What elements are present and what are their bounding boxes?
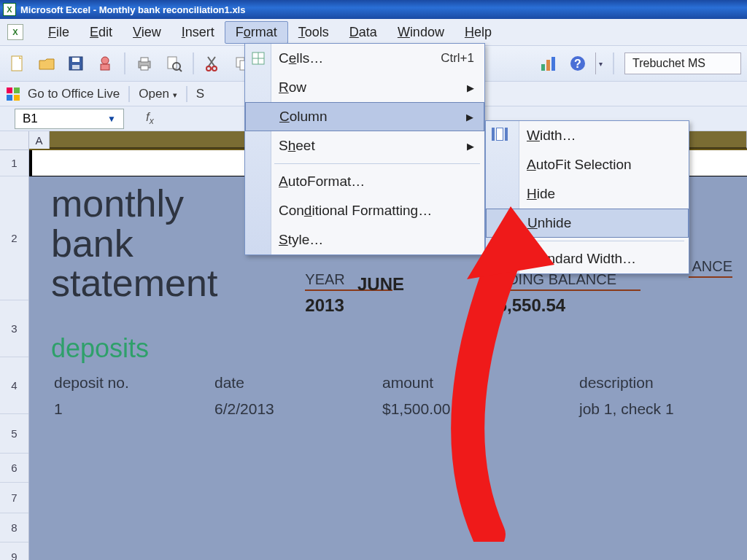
row-header-1[interactable]: 1 <box>0 150 28 176</box>
chart-icon[interactable] <box>537 52 560 75</box>
help-icon[interactable]: ? <box>566 52 589 75</box>
menu-item-row[interactable]: Row▶ <box>245 73 484 102</box>
svg-rect-8 <box>141 66 148 70</box>
chevron-down-icon[interactable]: ▼ <box>107 114 116 124</box>
submenu-arrow-icon: ▶ <box>467 141 474 152</box>
submenu-item-unhide[interactable]: Unhide <box>486 209 689 238</box>
toolbar-separator <box>186 86 187 102</box>
cells-icon <box>249 50 267 67</box>
save-icon[interactable] <box>64 52 88 75</box>
deposits-heading: deposits <box>51 333 725 364</box>
column-header-a[interactable]: A <box>29 131 50 149</box>
menu-item-sheet[interactable]: Sheet▶ <box>245 131 484 160</box>
svg-rect-20 <box>546 60 550 71</box>
font-name-value: Trebuchet MS <box>632 57 705 70</box>
menu-item-column[interactable]: Column▶ <box>245 102 484 131</box>
permission-icon[interactable] <box>93 52 117 75</box>
format-menu-dropdown: Cells…Ctrl+1 Row▶ Column▶ Sheet▶ AutoFor… <box>244 43 485 255</box>
menu-item-conditional-formatting[interactable]: Conditional Formatting… <box>245 196 484 225</box>
svg-rect-2 <box>72 58 80 62</box>
row-header-7[interactable]: 7 <box>0 483 28 513</box>
svg-rect-25 <box>14 88 20 93</box>
toolbar-overflow[interactable]: ▾ <box>595 52 605 74</box>
row-header-8[interactable]: 8 <box>0 513 28 542</box>
td-desc: job 1, check 1 <box>576 396 725 422</box>
doc-title-line3: statement <box>51 263 217 303</box>
td-no: 1 <box>51 396 212 422</box>
toolbar-separator <box>193 52 194 74</box>
cut-icon[interactable] <box>201 52 225 75</box>
ending-balance-value: $6,550.54 <box>487 295 640 316</box>
svg-rect-21 <box>551 57 555 71</box>
svg-rect-7 <box>141 58 148 62</box>
row-header-6[interactable]: 6 <box>0 454 28 483</box>
office-live-save-truncated[interactable]: S <box>196 87 204 101</box>
menu-item-autoformat[interactable]: AutoFormat… <box>245 167 484 196</box>
year-value: 2013 <box>305 295 392 316</box>
month-value-partial: JUNE <box>357 274 404 295</box>
menu-tools[interactable]: Tools <box>288 22 339 43</box>
svg-rect-19 <box>541 64 545 71</box>
open-icon[interactable] <box>35 52 58 75</box>
submenu-arrow-icon: ▶ <box>466 112 473 122</box>
cells-shortcut: Ctrl+1 <box>441 51 474 66</box>
menu-window[interactable]: Window <box>387 22 454 43</box>
menu-edit[interactable]: Edit <box>80 22 123 43</box>
svg-rect-27 <box>14 95 20 101</box>
font-name-box[interactable]: Trebuchet MS <box>624 52 741 74</box>
svg-point-4 <box>101 57 109 64</box>
balance-label-partial: ANCE <box>689 258 732 278</box>
office-live-go[interactable]: Go to Office Live <box>28 87 120 101</box>
svg-line-11 <box>179 69 182 71</box>
toolbar-separator <box>128 86 130 102</box>
th-amount: amount <box>379 370 576 396</box>
row-header-3[interactable]: 3 <box>0 300 28 357</box>
fx-label[interactable]: fx <box>146 110 154 126</box>
new-icon[interactable] <box>6 52 29 75</box>
th-date: date <box>212 370 379 396</box>
office-live-open[interactable]: Open ▾ <box>139 87 177 101</box>
menu-insert[interactable]: Insert <box>171 22 225 43</box>
menu-separator <box>522 241 684 241</box>
svg-rect-3 <box>72 65 80 69</box>
doc-title-line2: bank <box>51 224 217 264</box>
submenu-item-autofit[interactable]: AutoFit Selection <box>486 150 689 179</box>
svg-point-13 <box>212 66 217 71</box>
name-box[interactable]: B1 ▼ <box>15 109 124 129</box>
doc-title-line1: monthly <box>51 184 217 224</box>
row-header-9[interactable]: 9 <box>0 542 28 560</box>
menu-file[interactable]: File <box>38 22 80 43</box>
row-header-4[interactable]: 4 <box>0 357 28 414</box>
row-headers: 1 2 3 4 5 6 7 8 9 <box>0 131 29 560</box>
row-header-2[interactable]: 2 <box>0 176 28 300</box>
select-all-corner[interactable] <box>0 131 28 150</box>
app-icon[interactable]: X <box>7 24 23 40</box>
excel-icon: X <box>3 3 16 16</box>
print-preview-icon[interactable] <box>162 52 185 75</box>
th-description: description <box>576 370 725 396</box>
column-width-icon <box>492 128 514 144</box>
name-box-value: B1 <box>23 112 38 126</box>
menu-separator <box>274 163 480 164</box>
svg-rect-5 <box>101 64 109 70</box>
submenu-item-hide[interactable]: Hide <box>486 179 689 209</box>
office-live-icon <box>6 87 20 101</box>
menu-view[interactable]: View <box>123 22 171 43</box>
deposits-table: deposit no. date amount description 1 6/… <box>51 370 725 422</box>
print-icon[interactable] <box>133 52 156 75</box>
window-title: Microsoft Excel - Monthly bank reconcili… <box>20 4 245 15</box>
menu-data[interactable]: Data <box>339 22 387 43</box>
toolbar-separator <box>124 52 125 74</box>
ending-balance-label: ENDING BALANCE <box>487 271 640 291</box>
submenu-item-width[interactable]: Width… <box>486 121 689 150</box>
menu-format[interactable]: Format <box>225 21 288 44</box>
column-submenu: Width… AutoFit Selection Hide Unhide Sta… <box>485 120 689 274</box>
menu-item-style[interactable]: Style… <box>245 225 484 254</box>
submenu-item-standard-width[interactable]: Standard Width… <box>486 244 689 273</box>
svg-rect-26 <box>7 95 12 101</box>
row-header-5[interactable]: 5 <box>0 414 28 454</box>
title-bar: X Microsoft Excel - Monthly bank reconci… <box>0 0 747 19</box>
menu-item-cells[interactable]: Cells…Ctrl+1 <box>245 44 484 73</box>
th-deposit-no: deposit no. <box>51 370 212 396</box>
menu-help[interactable]: Help <box>454 22 502 43</box>
